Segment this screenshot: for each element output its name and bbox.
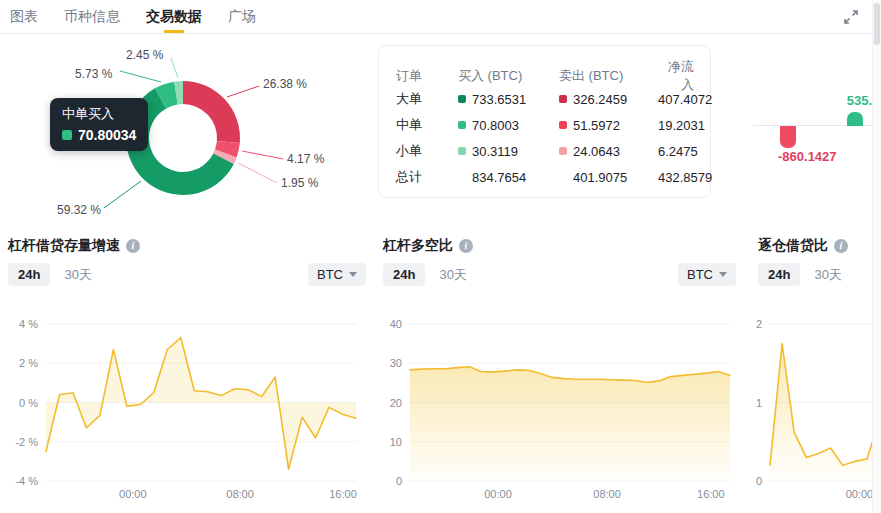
y-axis-tick: 0 % xyxy=(19,397,38,409)
y-axis-tick: 10 xyxy=(390,436,402,448)
section-title-long-short-ratio: 杠杆多空比 i xyxy=(383,237,473,255)
order-flow-table: 订单 买入 (BTC) 卖出 (BTC) 净流入 大单 733.6531 326… xyxy=(378,45,711,198)
top-nav: 图表 币种信息 交易数据 广场 xyxy=(0,0,881,34)
y-axis-tick: 1 xyxy=(756,397,762,409)
buy-color-square xyxy=(458,121,466,129)
symbol-dropdown[interactable]: BTC xyxy=(678,263,736,286)
margin-debt-growth-chart[interactable]: 4 %2 %0 %-2 %-4 %00:0008:0016:00 xyxy=(0,305,362,510)
netflow-positive-bar[interactable] xyxy=(847,112,863,126)
nav-tab-trading-data[interactable]: 交易数据 xyxy=(146,0,202,33)
chevron-down-icon xyxy=(719,272,727,277)
x-axis-tick: 00:00 xyxy=(484,488,512,500)
donut-leader-line xyxy=(120,71,161,82)
tab-30d[interactable]: 30天 xyxy=(64,266,91,284)
table-total-row: 总计 834.7654 401.9075 432.8579 xyxy=(396,164,694,190)
y-axis-tick: 0 xyxy=(396,475,402,487)
col-header-sell: 卖出 (BTC) xyxy=(559,67,658,85)
buy-total: 834.7654 xyxy=(472,170,526,185)
donut-leader-line xyxy=(104,181,141,208)
y-axis-tick: 2 % xyxy=(19,357,38,369)
tab-30d[interactable]: 30天 xyxy=(814,266,841,284)
nav-tab-square[interactable]: 广场 xyxy=(228,0,256,33)
section-title-margin-debt-growth: 杠杆借贷存量增速 i xyxy=(8,237,140,255)
netflow-bar-chart[interactable]: 535. -860.1427 xyxy=(752,85,881,175)
netflow-negative-bar[interactable] xyxy=(780,126,796,148)
area-fill xyxy=(46,338,356,470)
donut-leader-line xyxy=(238,163,277,183)
y-axis-tick: -2 % xyxy=(15,436,38,448)
y-axis-tick: 20 xyxy=(390,397,402,409)
donut-slice-0[interactable] xyxy=(183,81,240,143)
section-title-text: 杠杆多空比 xyxy=(383,237,453,255)
tooltip-title: 中单买入 xyxy=(62,105,136,123)
table-row: 大单 733.6531 326.2459 407.4072 xyxy=(396,86,694,112)
info-icon[interactable]: i xyxy=(459,239,473,253)
netflow-positive-label: 535. xyxy=(847,93,872,108)
tab-24h[interactable]: 24h xyxy=(758,263,800,286)
info-icon[interactable]: i xyxy=(834,239,848,253)
nav-tab-coin-info[interactable]: 币种信息 xyxy=(64,0,120,33)
tab-24h[interactable]: 24h xyxy=(8,263,50,286)
sell-color-square xyxy=(559,121,567,129)
nav-tab-chart[interactable]: 图表 xyxy=(10,0,38,33)
tooltip-color-square xyxy=(62,130,72,140)
sell-total: 401.9075 xyxy=(573,170,627,185)
buy-color-square xyxy=(458,147,466,155)
period-tabs: 24h 30天 xyxy=(758,263,842,286)
symbol-dropdown-label: BTC xyxy=(687,267,713,282)
sell-value: 51.5972 xyxy=(573,118,620,133)
net-value: 6.2475 xyxy=(658,144,698,159)
buy-value: 30.3119 xyxy=(472,144,518,159)
x-axis-tick: 08:00 xyxy=(226,488,254,500)
table-row: 小单 30.3119 24.0643 6.2475 xyxy=(396,138,694,164)
buy-value: 70.8003 xyxy=(472,118,519,133)
section-title-text: 杠杆借贷存量增速 xyxy=(8,237,120,255)
vertical-scrollbar[interactable] xyxy=(872,0,881,513)
isolated-borrow-ratio-chart[interactable]: 21000:00 xyxy=(745,305,881,510)
sell-color-square xyxy=(559,95,567,103)
row-label: 大单 xyxy=(396,90,458,108)
x-axis-tick: 00:00 xyxy=(119,488,147,500)
scrollbar-thumb[interactable] xyxy=(874,3,880,45)
donut-pct-label-mid-sell: 4.17 % xyxy=(287,152,324,166)
col-header-buy: 买入 (BTC) xyxy=(458,67,559,85)
y-axis-tick: 4 % xyxy=(19,318,38,330)
table-header-row: 订单 买入 (BTC) 卖出 (BTC) 净流入 xyxy=(396,58,694,86)
period-tabs: 24h 30天 xyxy=(8,263,92,286)
donut-pct-label-mid-buy: 5.73 % xyxy=(75,67,112,81)
fullscreen-expand-icon[interactable] xyxy=(843,9,859,25)
y-axis-tick: 40 xyxy=(390,318,402,330)
x-axis-tick: 16:00 xyxy=(697,488,725,500)
netflow-negative-label: -860.1427 xyxy=(778,149,837,164)
sell-color-square xyxy=(559,147,567,155)
symbol-dropdown-label: BTC xyxy=(317,267,343,282)
net-total: 432.8579 xyxy=(658,170,712,185)
col-header-order: 订单 xyxy=(396,67,458,85)
tooltip-value: 70.80034 xyxy=(78,127,136,143)
donut-pct-label-large-sell: 26.38 % xyxy=(263,77,307,91)
donut-pct-label-small-sell: 1.95 % xyxy=(281,176,318,190)
x-axis-tick: 08:00 xyxy=(593,488,621,500)
y-axis-tick: 2 xyxy=(756,318,762,330)
donut-pct-label-large-buy: 59.32 % xyxy=(57,203,101,217)
chevron-down-icon xyxy=(349,272,357,277)
section-title-text: 逐仓借贷比 xyxy=(758,237,828,255)
period-tabs: 24h 30天 xyxy=(383,263,467,286)
y-axis-tick: -4 % xyxy=(15,475,38,487)
x-axis-tick: 16:00 xyxy=(329,488,357,500)
y-axis-tick: 30 xyxy=(390,357,402,369)
donut-tooltip: 中单买入 70.80034 xyxy=(50,98,148,151)
net-value: 19.2031 xyxy=(658,118,705,133)
x-axis-tick: 00:00 xyxy=(846,488,874,500)
info-icon[interactable]: i xyxy=(126,239,140,253)
donut-pct-label-small-buy: 2.45 % xyxy=(126,48,163,62)
row-label: 总计 xyxy=(396,168,458,186)
donut-leader-line xyxy=(227,86,259,97)
area-fill xyxy=(410,367,730,481)
col-header-net-inflow: 净流入 xyxy=(658,58,694,94)
tab-30d[interactable]: 30天 xyxy=(439,266,466,284)
symbol-dropdown[interactable]: BTC xyxy=(308,263,366,286)
long-short-ratio-chart[interactable]: 40302010000:0008:0016:00 xyxy=(383,305,733,510)
donut-leader-line xyxy=(171,58,178,78)
tab-24h[interactable]: 24h xyxy=(383,263,425,286)
